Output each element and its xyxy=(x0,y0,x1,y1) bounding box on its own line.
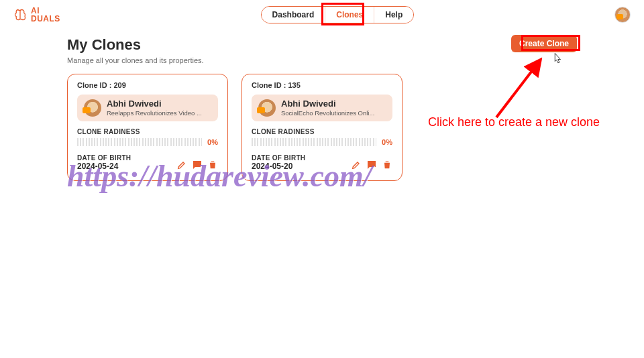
create-clone-label: Create Clone xyxy=(519,39,569,48)
dob-value: 2024-05-24 xyxy=(77,162,131,171)
owner-name: Abhi Dwivedi xyxy=(107,99,202,109)
owner-avatar xyxy=(258,99,276,117)
owner-name: Abhi Dwivedi xyxy=(281,99,374,109)
dob-value: 2024-05-20 xyxy=(252,162,305,171)
clone-id-label: Clone ID : xyxy=(77,81,111,89)
clone-id-label: Clone ID : xyxy=(252,81,286,89)
radiness-percent: 0% xyxy=(382,138,392,146)
clone-id-value: 209 xyxy=(113,81,125,89)
clone-owner[interactable]: Abhi Dwivedi SocialEcho Revolutionizes O… xyxy=(252,95,392,121)
clone-id-value: 135 xyxy=(288,81,300,89)
nav-dashboard[interactable]: Dashboard xyxy=(262,7,325,23)
trash-icon[interactable] xyxy=(207,160,218,170)
nav-help[interactable]: Help xyxy=(374,7,413,23)
nav-clones[interactable]: Clones xyxy=(325,7,374,23)
radiness-label: CLONE RADINESS xyxy=(252,128,392,135)
chat-icon[interactable] xyxy=(366,159,378,171)
clone-id: Clone ID : 209 xyxy=(77,81,218,89)
user-avatar[interactable] xyxy=(614,7,631,23)
create-clone-button[interactable]: Create Clone xyxy=(511,35,577,52)
radiness-meter: 0% xyxy=(77,138,218,146)
page-body: My Clones Manage all your clones and its… xyxy=(0,28,644,181)
clone-card: Clone ID : 209 Abhi Dwivedi Reelapps Rev… xyxy=(67,74,228,181)
page-title: My Clones xyxy=(67,36,204,54)
annotation-callout: Click here to create a new clone xyxy=(428,115,600,129)
trash-icon[interactable] xyxy=(382,160,392,170)
page-subtitle: Manage all your clones and its propertie… xyxy=(67,56,204,64)
dob-label: DATE OF BIRTH xyxy=(252,154,305,162)
radiness-percent: 0% xyxy=(207,138,218,146)
radiness-meter: 0% xyxy=(252,138,392,146)
clone-owner[interactable]: Abhi Dwivedi Reelapps Revolutionizes Vid… xyxy=(77,95,218,121)
brand-text-2: DUALS xyxy=(31,15,60,23)
clone-id: Clone ID : 135 xyxy=(252,81,392,89)
chat-icon[interactable] xyxy=(191,159,203,171)
edit-icon[interactable] xyxy=(351,160,362,170)
owner-tagline: SocialEcho Revolutionizes Onli... xyxy=(281,109,374,117)
main-nav: Dashboard Clones Help xyxy=(261,6,415,23)
meter-bar xyxy=(77,138,202,146)
radiness-label: CLONE RADINESS xyxy=(77,128,218,135)
card-actions xyxy=(351,159,392,171)
meter-bar xyxy=(252,138,376,146)
clone-card: Clone ID : 135 Abhi Dwivedi SocialEcho R… xyxy=(241,74,402,181)
brand-logo[interactable]: AI DUALS xyxy=(13,7,60,23)
header: AI DUALS Dashboard Clones Help xyxy=(0,0,644,28)
edit-icon[interactable] xyxy=(176,160,187,170)
owner-avatar xyxy=(84,99,101,117)
brain-icon xyxy=(13,8,27,21)
card-actions xyxy=(176,159,218,171)
dob-label: DATE OF BIRTH xyxy=(77,154,131,162)
owner-tagline: Reelapps Revolutionizes Video ... xyxy=(107,109,202,117)
